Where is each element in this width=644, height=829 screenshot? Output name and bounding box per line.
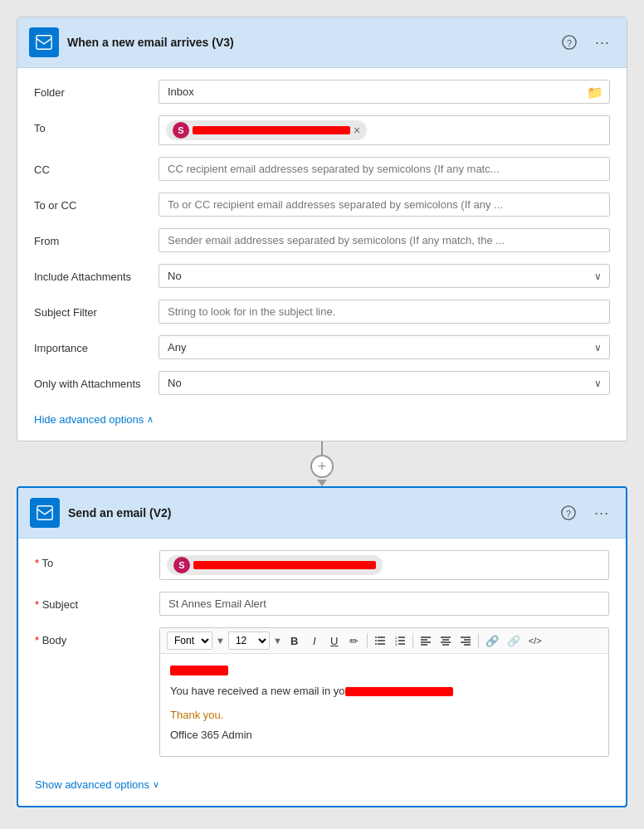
folder-row: Folder 📁 <box>34 80 610 104</box>
align-left-button[interactable] <box>417 633 435 648</box>
only-attachments-select-wrap: No Yes ∨ <box>159 371 610 395</box>
to-tag: S × <box>166 120 367 140</box>
include-attachments-select[interactable]: No Yes <box>159 264 610 288</box>
only-attachments-control: No Yes ∨ <box>159 371 610 395</box>
cc-label: CC <box>34 157 159 176</box>
to-or-cc-label: To or CC <box>34 193 159 212</box>
svg-rect-3 <box>37 506 52 520</box>
ul-button[interactable] <box>371 633 389 648</box>
code-button[interactable]: </> <box>525 634 545 647</box>
trigger-card-actions: ? ··· <box>557 32 615 53</box>
to-or-cc-input[interactable] <box>159 193 610 217</box>
importance-select[interactable]: Any High Normal Low <box>159 335 610 359</box>
signature-text: Office 365 Admin <box>170 727 598 744</box>
to-tag-field[interactable]: S × <box>159 115 610 145</box>
subject-filter-label: Subject Filter <box>34 300 159 319</box>
include-attachments-label: Include Attachments <box>34 264 159 283</box>
outlook-icon <box>29 27 59 57</box>
subject-filter-row: Subject Filter <box>34 300 610 324</box>
thank-you-text: Thank you. <box>170 707 598 724</box>
action-to-label: To <box>35 550 159 569</box>
action-to-tag-redacted-text <box>193 561 376 569</box>
subject-filter-control <box>159 300 610 324</box>
action-body-row: Body Font ▼ 12 ▼ B I U <box>35 627 609 757</box>
action-outlook-icon <box>30 498 60 528</box>
from-control <box>159 228 610 252</box>
align-right-button[interactable] <box>456 633 475 648</box>
svg-text:?: ? <box>566 509 571 519</box>
connector: + <box>17 441 627 486</box>
font-select[interactable]: Font <box>167 632 212 650</box>
to-tag-redacted-text <box>193 126 350 134</box>
action-to-control: S <box>159 550 609 580</box>
from-row: From <box>34 228 610 252</box>
trigger-more-button[interactable]: ··· <box>590 32 615 53</box>
trigger-card-header: When a new email arrives (V3) ? ··· <box>17 17 627 68</box>
action-to-tag: S <box>167 555 383 575</box>
body-redacted-name <box>170 662 598 680</box>
trigger-card: When a new email arrives (V3) ? ··· Fold… <box>17 17 627 441</box>
body-content[interactable]: You have received a new email in yo Than… <box>160 654 608 756</box>
action-subject-row: Subject <box>35 592 609 616</box>
hide-advanced-button[interactable]: Hide advanced options ∧ <box>34 413 154 426</box>
importance-row: Importance Any High Normal Low ∨ <box>34 335 610 359</box>
folder-input[interactable] <box>159 80 610 104</box>
to-or-cc-control <box>159 193 610 217</box>
action-card: Send an email (V2) ? ··· To S <box>17 486 627 807</box>
pen-button[interactable]: ✏ <box>345 633 363 649</box>
action-to-row: To S <box>35 550 609 580</box>
toolbar-divider2: ▼ <box>273 636 282 646</box>
ol-button[interactable]: 1.2.3. <box>391 633 409 648</box>
cc-input[interactable] <box>159 157 610 181</box>
include-attachments-row: Include Attachments No Yes ∨ <box>34 264 610 288</box>
body-editor: Font ▼ 12 ▼ B I U ✏ <box>159 627 609 757</box>
action-to-tag-avatar: S <box>173 557 190 573</box>
body-name-redacted <box>170 666 228 675</box>
trigger-card-body: Folder 📁 To S × <box>17 68 627 441</box>
action-more-button[interactable]: ··· <box>589 503 614 524</box>
include-attachments-select-wrap: No Yes ∨ <box>159 264 610 288</box>
folder-control: 📁 <box>159 80 610 104</box>
toolbar-sep2 <box>412 633 413 648</box>
connector-line-top <box>321 441 323 455</box>
toolbar-sep1 <box>367 633 368 648</box>
only-attachments-select[interactable]: No Yes <box>159 371 610 395</box>
link-button[interactable]: 🔗 <box>482 633 502 649</box>
svg-text:?: ? <box>567 38 572 48</box>
to-label: To <box>34 115 159 134</box>
trigger-help-button[interactable]: ? <box>557 33 582 51</box>
align-center-button[interactable] <box>437 633 455 648</box>
italic-button[interactable]: I <box>305 633 324 649</box>
connector-arrow <box>317 480 327 486</box>
show-advanced-icon: ∨ <box>153 779 159 790</box>
action-subject-control <box>159 592 609 616</box>
font-size-select[interactable]: 12 <box>228 632 270 650</box>
action-subject-input[interactable] <box>159 592 609 616</box>
cc-row: CC <box>34 157 610 181</box>
from-input[interactable] <box>159 228 610 252</box>
folder-input-wrap: 📁 <box>159 80 610 104</box>
show-advanced-button[interactable]: Show advanced options ∨ <box>35 778 159 791</box>
to-or-cc-row: To or CC <box>34 193 610 217</box>
action-card-header: Send an email (V2) ? ··· <box>18 488 626 539</box>
subject-filter-input[interactable] <box>159 300 610 324</box>
toolbar-divider1: ▼ <box>216 636 225 646</box>
connector-plus-button[interactable]: + <box>310 455 334 478</box>
from-label: From <box>34 228 159 247</box>
action-subject-label: Subject <box>35 592 159 611</box>
include-attachments-control: No Yes ∨ <box>159 264 610 288</box>
svg-rect-0 <box>37 36 51 50</box>
underline-button[interactable]: U <box>325 633 344 649</box>
action-card-body: To S Subject Body <box>18 539 626 806</box>
action-help-button[interactable]: ? <box>556 504 581 522</box>
unlink-button[interactable]: 🔗 <box>504 633 524 649</box>
to-control: S × <box>159 115 610 145</box>
to-tag-remove[interactable]: × <box>354 124 360 136</box>
body-email-redacted <box>345 687 453 696</box>
body-intro-line: You have received a new email in yo <box>170 683 598 700</box>
svg-point-9 <box>375 636 377 638</box>
hide-advanced-label: Hide advanced options <box>34 413 144 426</box>
bold-button[interactable]: B <box>285 633 304 649</box>
show-advanced-label: Show advanced options <box>35 778 149 791</box>
action-to-tag-field[interactable]: S <box>159 550 609 580</box>
